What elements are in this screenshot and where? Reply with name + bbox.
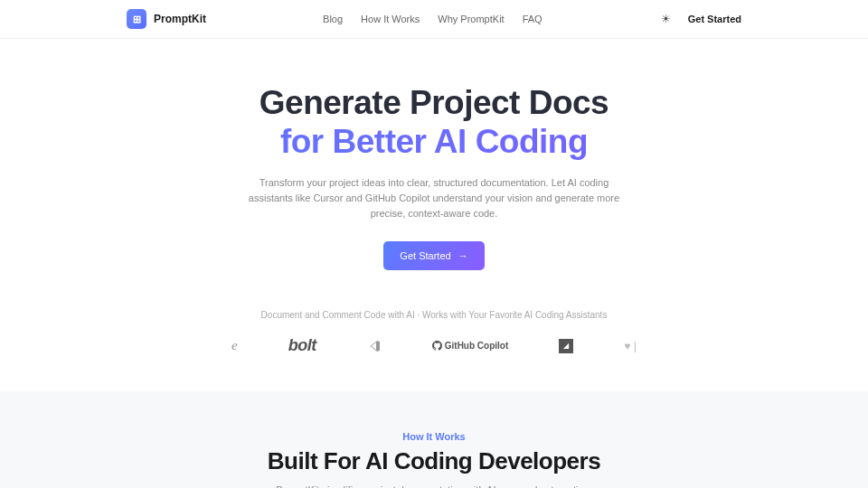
nav-why-promptkit[interactable]: Why PromptKit bbox=[438, 14, 504, 24]
get-started-link[interactable]: Get Started bbox=[688, 14, 741, 24]
nav-faq[interactable]: FAQ bbox=[523, 14, 542, 24]
top-nav: Blog How It Works Why PromptKit FAQ bbox=[323, 14, 542, 24]
get-started-button[interactable]: Get Started → bbox=[383, 241, 484, 270]
hero-title: Generate Project Docs for Better AI Codi… bbox=[18, 84, 850, 161]
hero-section: Generate Project Docs for Better AI Codi… bbox=[0, 39, 868, 391]
bolt-logo: bolt bbox=[288, 336, 316, 355]
github-copilot-logo: GitHub Copilot bbox=[432, 341, 509, 351]
nav-blog[interactable]: Blog bbox=[323, 14, 343, 24]
lovable-logo-icon: ♥ | bbox=[624, 340, 637, 352]
brand[interactable]: ⊞ PromptKit bbox=[127, 9, 206, 29]
logos-row: e bolt GitHub Copilot ◢ ♥ | bbox=[18, 336, 850, 355]
brand-name: PromptKit bbox=[154, 13, 206, 25]
site-header: ⊞ PromptKit Blog How It Works Why Prompt… bbox=[0, 0, 868, 39]
assistants-label: Document and Comment Code with AI · Work… bbox=[18, 310, 850, 320]
hero-description: Transform your project ideas into clear,… bbox=[244, 175, 624, 221]
how-it-works-section: How It Works Built For AI Coding Develop… bbox=[0, 391, 868, 488]
theme-toggle-icon[interactable]: ☀ bbox=[659, 12, 674, 26]
cta-label: Get Started bbox=[400, 250, 450, 261]
brand-icon: ⊞ bbox=[127, 9, 146, 29]
header-right: ☀ Get Started bbox=[659, 12, 741, 26]
section-description: PromptKit simplifies project documentati… bbox=[18, 484, 850, 488]
vscode-logo-icon bbox=[367, 339, 382, 353]
nav-how-it-works[interactable]: How It Works bbox=[361, 14, 420, 24]
section-title: Built For AI Coding Developers bbox=[18, 447, 850, 475]
windsurf-logo-icon: ◢ bbox=[559, 339, 573, 353]
arrow-right-icon: → bbox=[458, 250, 468, 261]
hero-title-line2: for Better AI Coding bbox=[18, 123, 850, 162]
section-eyebrow: How It Works bbox=[18, 431, 850, 442]
hero-title-line1: Generate Project Docs bbox=[259, 84, 609, 121]
copilot-label: GitHub Copilot bbox=[445, 341, 509, 351]
github-icon bbox=[432, 341, 442, 351]
cursor-logo-icon: e bbox=[231, 338, 238, 353]
